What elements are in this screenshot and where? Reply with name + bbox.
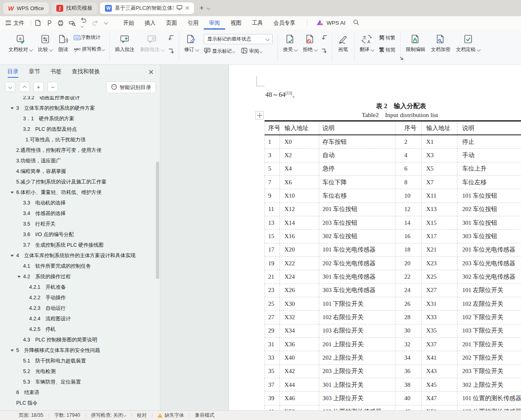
restrict-edit-button[interactable]: 限制编辑	[403, 32, 428, 54]
menu-item-2[interactable]: 页面	[161, 16, 182, 30]
proofread-button[interactable]: a 文档校对	[6, 32, 35, 54]
tab-list-chevron-icon[interactable]	[205, 4, 210, 12]
word-count-button[interactable]: 12+ 字数统计	[74, 34, 105, 41]
spellcheck-indicator[interactable]: 拼写检查: 关闭	[91, 412, 126, 419]
menu-item-0[interactable]: 开始	[118, 16, 139, 30]
toc-item-24[interactable]: 5 升降横移式立体车库的安全性问题	[0, 345, 156, 356]
encrypt-button[interactable]: 文档加密	[428, 32, 453, 54]
menu-item-7[interactable]: 会员专享	[268, 16, 301, 30]
read-aloud-button[interactable]: 朗读	[55, 32, 71, 54]
menu-item-1[interactable]: 插入	[139, 16, 161, 30]
toc-item-23[interactable]: 4.3 PLC 控制梯形图的简要说明	[0, 335, 156, 345]
table-move-handle[interactable]	[255, 111, 264, 119]
reject-button[interactable]: 拒绝	[300, 32, 320, 54]
compare-button[interactable]: 比较	[35, 32, 55, 54]
toc-collapse-icon[interactable]	[11, 192, 14, 194]
menu-item-5[interactable]: 视图	[225, 16, 247, 30]
toc-item-13[interactable]: 3.6 I/O 点的编号分配	[0, 229, 156, 240]
compat-mode-indicator[interactable]: 兼容模式	[195, 412, 214, 419]
missing-font-indicator[interactable]: 缺失字体	[158, 412, 184, 419]
collapse-all-button[interactable]: −	[47, 82, 58, 92]
to-traditional-button[interactable]: 简 转繁	[379, 34, 395, 41]
toc-item-20[interactable]: 4.2.3 自动运行	[0, 303, 156, 313]
toc-item-12[interactable]: 3.5 行程开关	[0, 219, 156, 229]
new-tab-icon[interactable]: +	[199, 4, 204, 13]
insert-comment-button[interactable]: 插入批注	[112, 32, 137, 54]
toc-item-19[interactable]: 4.2.2 手动操作	[0, 292, 156, 303]
toc-collapse-icon[interactable]	[17, 276, 21, 278]
monitor-icon[interactable]	[177, 5, 182, 11]
prev-change-icon[interactable]	[321, 35, 328, 43]
pane-tab-1[interactable]: 章节	[29, 65, 40, 79]
close-tab-icon[interactable]: ✕	[185, 5, 190, 11]
tab-document[interactable]: W 基于三菱PLC的智能立体车库控 ✕	[100, 2, 194, 14]
toc-item-9[interactable]: 6.体积小、重量轻、功耗低、维护方便	[0, 187, 156, 198]
print-icon[interactable]	[57, 19, 64, 26]
pane-tab-2[interactable]: 书签	[50, 65, 62, 79]
toc-item-5[interactable]: 2.通用性强，控制程序可变，使用方便	[0, 145, 156, 156]
translate-button[interactable]: 文A 翻译	[357, 32, 377, 54]
close-pane-icon[interactable]: ✕	[148, 68, 154, 77]
toc-item-0[interactable]: 2.3.2 动画监控界面设计	[0, 96, 156, 103]
pane-tab-0[interactable]: 目录	[7, 65, 19, 79]
customize-toolbar-chevron-icon[interactable]	[103, 20, 107, 26]
next-change-icon[interactable]	[321, 48, 328, 56]
page[interactable]: 48～64[13]。 表 2 输入分配表 Table2 Input distri…	[228, 65, 521, 410]
finalize-button[interactable]: 文档定稿	[453, 32, 483, 54]
hamburger-icon[interactable]	[6, 21, 11, 25]
toc-item-25[interactable]: 5.1 防干扰和电力超载装置	[0, 356, 156, 366]
toc-item-8[interactable]: 5.减少了控制系统的设计及施工的工作量	[0, 177, 156, 187]
expand-all-button[interactable]: +	[33, 82, 44, 92]
word-count-indicator[interactable]: 字数: 17940	[54, 412, 80, 419]
toc-item-14[interactable]: 3.7 生成控制系统 PLC 硬件接线图	[0, 240, 156, 250]
toc-item-4[interactable]: 1.可靠性高，抗干扰能力强	[0, 134, 156, 145]
undo-icon[interactable]	[80, 17, 87, 29]
toc-item-21[interactable]: 4.2.4 流程图设计	[0, 313, 156, 324]
toc-collapse-icon[interactable]	[11, 107, 14, 109]
toc-collapse-icon[interactable]	[11, 350, 14, 352]
export-pdf-icon[interactable]	[46, 19, 53, 26]
brush-button[interactable]: 画笔	[335, 32, 352, 54]
toc-item-17[interactable]: 4.2 系统的操作过程	[0, 271, 156, 282]
toc-item-16[interactable]: 4.1 软件所要完成的控制任务	[0, 261, 156, 271]
smart-toc-button[interactable]: 智能识别目录	[106, 81, 156, 93]
accept-button[interactable]: 接受	[280, 32, 300, 54]
toc-item-1[interactable]: 3 立体车库的控制系统的硬件方案	[0, 103, 156, 113]
pane-tab-3[interactable]: 查找和替换	[72, 65, 100, 79]
spell-check-button[interactable]: ABC✓ 拼写检查	[74, 46, 105, 53]
save-icon[interactable]	[34, 19, 41, 26]
sidebar-scrollbar[interactable]	[156, 162, 159, 279]
toc-item-3[interactable]: 3.2 PLC 的选型及特点	[0, 124, 156, 134]
toc-item-29[interactable]: PLC 指令	[0, 398, 156, 408]
toc-collapse-icon[interactable]	[11, 255, 14, 257]
markup-state-select[interactable]: 显示标记的最终状态	[204, 34, 273, 44]
toc-item-26[interactable]: 5.2 光电检测	[0, 366, 156, 377]
tab-docer[interactable]: ʃ 找稻壳模板	[51, 2, 97, 14]
toc-item-2[interactable]: 3．1 硬件系统的方案	[0, 113, 156, 124]
page-indicator[interactable]: 页面: 18/35	[19, 412, 43, 419]
toc-item-15[interactable]: 4 立体车库控制系统软件的主体方案设计和具体实现	[0, 250, 156, 261]
next-heading-button[interactable]	[5, 82, 15, 92]
print-preview-icon[interactable]	[68, 19, 76, 26]
menu-item-6[interactable]: 工具	[247, 16, 268, 30]
toc-item-7[interactable]: 4.编程简单，容易掌握	[0, 166, 156, 177]
toc-item-11[interactable]: 3.4 传感器的选择	[0, 208, 156, 219]
redo-icon[interactable]	[92, 20, 98, 26]
menu-item-3[interactable]: 引用	[182, 16, 204, 30]
file-menu[interactable]: 文件	[13, 19, 24, 27]
dialog-launcher-icon[interactable]	[399, 55, 404, 62]
toc-item-28[interactable]: 6 结束语	[0, 387, 156, 398]
toc-item-10[interactable]: 3.3 电动机的选择	[0, 198, 156, 208]
toc-item-22[interactable]: 4.2.5 停机	[0, 324, 156, 335]
track-changes-button[interactable]: 修订	[181, 32, 201, 54]
next-comment-icon[interactable]	[168, 48, 175, 56]
to-simplified-button[interactable]: 繁 转简	[379, 46, 395, 53]
prev-comment-icon[interactable]	[168, 35, 175, 43]
toc-item-27[interactable]: 5.3 车辆防滑、定位装置	[0, 377, 156, 387]
review-pane-button[interactable]: 审阅	[241, 47, 262, 55]
delete-comment-button[interactable]: 删除批注	[137, 32, 167, 54]
toc-item-18[interactable]: 4.2.1 开机准备	[0, 282, 156, 292]
show-markup-button[interactable]: 显示标记	[204, 47, 235, 55]
wps-ai-label[interactable]: WPS AI	[327, 20, 346, 26]
menu-item-4[interactable]: 审阅	[204, 16, 225, 30]
